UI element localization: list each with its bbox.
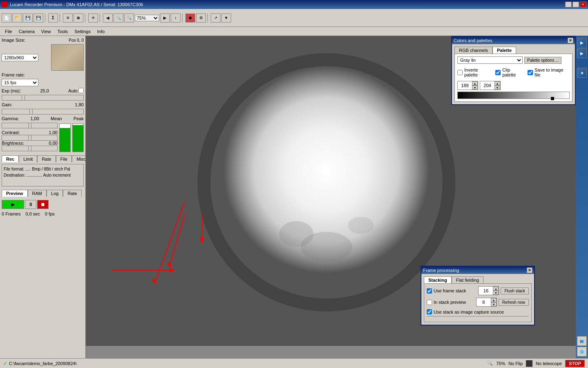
menu-file[interactable]: File <box>2 28 16 35</box>
clip-palette-checkbox[interactable] <box>495 70 501 75</box>
taskbar-people-icon[interactable]: 👥 <box>577 336 587 346</box>
save2-button[interactable]: 💾 <box>33 13 43 22</box>
sigma-button[interactable]: Σ <box>48 13 58 22</box>
cursor-button[interactable]: ✛ <box>88 13 98 22</box>
close-button[interactable]: ✕ <box>580 2 586 7</box>
in-stack-input[interactable] <box>477 300 491 305</box>
sub-tab-preview[interactable]: Preview <box>2 190 28 197</box>
play-button[interactable]: ▶ <box>2 200 24 209</box>
in-stack-up[interactable]: ▲ <box>491 298 497 302</box>
exp-slider[interactable] <box>2 95 84 101</box>
menu-settings[interactable]: Settings <box>71 28 94 35</box>
menu-camera[interactable]: Camera <box>16 28 38 35</box>
zoom-in-button[interactable]: 🔍 <box>124 13 134 22</box>
record-button[interactable]: ⏺ <box>185 13 195 22</box>
frame-stack-up[interactable]: ▲ <box>493 287 499 291</box>
frame-panel-body: Stacking Flat fielding Use frame stack <box>421 274 534 325</box>
frame-stack-input[interactable] <box>479 288 493 293</box>
use-frame-stack-label: Use frame stack <box>434 288 466 293</box>
in-stack-spinner: ▲ ▼ <box>476 298 497 307</box>
fps-label: 0 fps <box>45 211 55 216</box>
tab-rec[interactable]: Rec <box>2 155 19 162</box>
use-stack-capture-checkbox[interactable] <box>427 309 432 314</box>
taskbar-btn-2[interactable]: ▶ <box>577 48 587 58</box>
gradient-marker[interactable] <box>551 97 554 100</box>
colors-tab-palette[interactable]: Palette <box>492 47 516 54</box>
frame-panel-close[interactable]: ✕ <box>527 267 532 273</box>
menu-info[interactable]: Info <box>94 28 108 35</box>
tab-limit[interactable]: Limit <box>19 155 37 162</box>
open-button[interactable]: 📂 <box>12 13 22 22</box>
sep3 <box>85 13 87 22</box>
taskbar-btn-1[interactable]: ▶ <box>577 38 587 47</box>
arrow-left-button[interactable]: ◀ <box>103 13 113 22</box>
status-left: ✓ C:\fwcam\demo_farbe_20090824\ <box>3 361 77 366</box>
zoom-select[interactable]: 75% 50% 100% <box>135 15 159 21</box>
sub-tab-ram[interactable]: RAM <box>28 190 47 197</box>
gain-slider[interactable] <box>2 109 84 114</box>
frame-rate-control: 15 fps <box>2 79 84 86</box>
refresh-now-button[interactable]: Refresh now <box>499 299 529 306</box>
menu-tools[interactable]: Tools <box>54 28 71 35</box>
gamma-slider[interactable] <box>2 123 58 128</box>
mean-fill <box>60 128 70 152</box>
pointer-button[interactable]: ↗ <box>211 13 220 22</box>
frame-stack-down[interactable]: ▼ <box>493 291 499 295</box>
right-spinner-down[interactable]: ▼ <box>494 85 500 90</box>
tab-file[interactable]: File <box>56 155 72 162</box>
left-spinner-btns: ▲ ▼ <box>472 81 478 90</box>
minimize-button[interactable]: _ <box>565 2 572 7</box>
invert-palette-checkbox[interactable] <box>457 70 463 75</box>
maximize-button[interactable]: □ <box>572 2 579 7</box>
palette-select[interactable]: Gray lin <box>457 56 523 64</box>
right-spinner-up[interactable]: ▲ <box>494 81 500 85</box>
gain-slider-container <box>2 109 84 114</box>
zoom-out-button[interactable]: 🔍 <box>114 13 123 22</box>
taskbar-btn-3[interactable]: ★ <box>577 68 587 78</box>
settings-button[interactable]: ⚙ <box>196 13 206 22</box>
image-size-label: Image Size: <box>2 38 25 43</box>
frame-rate-select[interactable]: 15 fps <box>2 79 38 86</box>
frame-tab-stacking[interactable]: Stacking <box>424 276 452 283</box>
brightness-slider[interactable] <box>2 146 58 151</box>
new-button[interactable]: 📄 <box>2 13 11 22</box>
left-spinner-up[interactable]: ▲ <box>472 81 478 85</box>
sub-tab-log[interactable]: Log <box>47 190 63 197</box>
tab-rate[interactable]: Rate <box>37 155 56 162</box>
grid2-button[interactable]: ▦ <box>74 13 83 22</box>
tab-misc[interactable]: Misc <box>72 155 86 162</box>
left-value-input[interactable] <box>458 83 472 88</box>
flush-stack-button[interactable]: Flush stack <box>501 287 529 294</box>
colors-tab-rgb[interactable]: RGB channels <box>454 47 492 54</box>
menu-view[interactable]: View <box>38 28 54 35</box>
in-stack-down[interactable]: ▼ <box>491 302 497 306</box>
grid-button[interactable]: ⊞ <box>63 13 73 22</box>
arrow-right-button[interactable]: ▶ <box>160 13 170 22</box>
save-image-checkbox[interactable] <box>528 70 533 75</box>
destination-line: Destination: .............. Auto increme… <box>4 172 82 178</box>
image-size-select[interactable]: 1280x960 <box>2 54 38 61</box>
arrow-up-button[interactable]: ↕ <box>171 13 180 22</box>
right-value-input[interactable] <box>480 83 494 88</box>
left-spinner-down[interactable]: ▼ <box>472 85 478 90</box>
taskbar-network-icon[interactable]: 🌐 <box>577 347 587 357</box>
pause-button[interactable]: ⏸ <box>25 200 36 209</box>
frame-rate-row: Frame rate: <box>2 72 84 77</box>
exp-auto-checkbox[interactable] <box>78 88 84 93</box>
main-tab-bar: Rec Limit Rate File Misc <box>2 155 84 162</box>
stop-button[interactable]: STOP <box>565 360 585 367</box>
save-button[interactable]: 💾 <box>23 13 33 22</box>
stop-button[interactable]: ⏹ <box>37 200 49 209</box>
sep6 <box>207 13 209 22</box>
more-button[interactable]: ▼ <box>221 13 231 22</box>
colors-panel-close[interactable]: ✕ <box>568 38 573 43</box>
in-stack-preview-row: In stack preview ▲ ▼ Refresh now <box>427 298 529 307</box>
in-stack-preview-checkbox[interactable] <box>427 300 432 305</box>
use-frame-stack-label-row: Use frame stack <box>427 288 466 294</box>
sub-tab-rate[interactable]: Rate <box>63 190 81 197</box>
use-frame-stack-checkbox[interactable] <box>427 288 432 294</box>
palette-options-button[interactable]: Palette options ... <box>524 57 561 64</box>
contrast-slider[interactable] <box>2 135 58 141</box>
title-bar-buttons: _ □ ✕ <box>565 2 586 7</box>
frame-tab-flat[interactable]: Flat fielding <box>452 276 483 283</box>
